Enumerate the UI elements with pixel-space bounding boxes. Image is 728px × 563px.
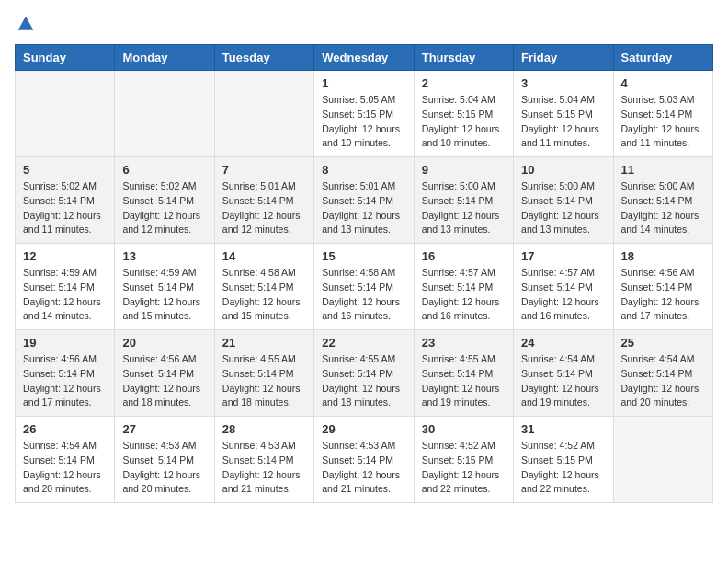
- day-info: Sunrise: 4:55 AM Sunset: 5:14 PM Dayligh…: [322, 352, 405, 410]
- calendar-cell: 17Sunrise: 4:57 AM Sunset: 5:14 PM Dayli…: [514, 244, 613, 330]
- day-info: Sunrise: 5:02 AM Sunset: 5:14 PM Dayligh…: [23, 179, 107, 237]
- weekday-header-monday: Monday: [115, 45, 214, 71]
- svg-marker-0: [18, 17, 34, 30]
- day-number: 22: [322, 336, 405, 350]
- day-number: 11: [621, 163, 705, 177]
- calendar-cell: [16, 71, 115, 157]
- weekday-header-saturday: Saturday: [613, 45, 712, 71]
- day-number: 29: [322, 422, 405, 436]
- calendar-cell: 27Sunrise: 4:53 AM Sunset: 5:14 PM Dayli…: [115, 417, 214, 503]
- day-number: 21: [222, 336, 306, 350]
- calendar-cell: 15Sunrise: 4:58 AM Sunset: 5:14 PM Dayli…: [314, 244, 414, 330]
- day-number: 31: [521, 422, 605, 436]
- day-info: Sunrise: 5:02 AM Sunset: 5:14 PM Dayligh…: [122, 179, 206, 237]
- day-number: 14: [222, 249, 306, 263]
- day-info: Sunrise: 5:00 AM Sunset: 5:14 PM Dayligh…: [521, 179, 605, 237]
- day-number: 28: [222, 422, 306, 436]
- day-info: Sunrise: 4:58 AM Sunset: 5:14 PM Dayligh…: [222, 266, 306, 324]
- day-info: Sunrise: 5:01 AM Sunset: 5:14 PM Dayligh…: [322, 179, 405, 237]
- day-number: 8: [322, 163, 405, 177]
- day-info: Sunrise: 4:54 AM Sunset: 5:14 PM Dayligh…: [521, 352, 605, 410]
- day-info: Sunrise: 4:56 AM Sunset: 5:14 PM Dayligh…: [23, 352, 107, 410]
- calendar-cell: 2Sunrise: 5:04 AM Sunset: 5:15 PM Daylig…: [414, 71, 513, 157]
- day-info: Sunrise: 5:00 AM Sunset: 5:14 PM Dayligh…: [621, 179, 705, 237]
- calendar-cell: 16Sunrise: 4:57 AM Sunset: 5:14 PM Dayli…: [414, 244, 513, 330]
- weekday-header-wednesday: Wednesday: [314, 45, 414, 71]
- day-number: 6: [122, 163, 206, 177]
- day-number: 16: [422, 249, 506, 263]
- calendar-cell: 19Sunrise: 4:56 AM Sunset: 5:14 PM Dayli…: [16, 330, 115, 417]
- calendar-cell: 25Sunrise: 4:54 AM Sunset: 5:14 PM Dayli…: [613, 330, 712, 417]
- calendar-cell: 1Sunrise: 5:05 AM Sunset: 5:15 PM Daylig…: [314, 71, 414, 157]
- calendar-cell: [613, 417, 712, 503]
- day-info: Sunrise: 4:53 AM Sunset: 5:14 PM Dayligh…: [322, 439, 405, 497]
- day-number: 18: [621, 249, 705, 263]
- calendar-cell: 18Sunrise: 4:56 AM Sunset: 5:14 PM Dayli…: [613, 244, 712, 330]
- day-info: Sunrise: 4:56 AM Sunset: 5:14 PM Dayligh…: [621, 266, 705, 324]
- calendar: SundayMondayTuesdayWednesdayThursdayFrid…: [15, 44, 713, 503]
- day-number: 2: [422, 76, 506, 90]
- calendar-cell: 7Sunrise: 5:01 AM Sunset: 5:14 PM Daylig…: [214, 157, 313, 244]
- calendar-cell: 4Sunrise: 5:03 AM Sunset: 5:14 PM Daylig…: [613, 71, 712, 157]
- day-info: Sunrise: 5:03 AM Sunset: 5:14 PM Dayligh…: [621, 93, 705, 151]
- day-info: Sunrise: 4:54 AM Sunset: 5:14 PM Dayligh…: [23, 439, 107, 497]
- day-info: Sunrise: 4:54 AM Sunset: 5:14 PM Dayligh…: [621, 352, 705, 410]
- calendar-cell: 6Sunrise: 5:02 AM Sunset: 5:14 PM Daylig…: [115, 157, 214, 244]
- calendar-cell: 13Sunrise: 4:59 AM Sunset: 5:14 PM Dayli…: [115, 244, 214, 330]
- calendar-cell: 29Sunrise: 4:53 AM Sunset: 5:14 PM Dayli…: [314, 417, 414, 503]
- calendar-cell: 28Sunrise: 4:53 AM Sunset: 5:14 PM Dayli…: [214, 417, 313, 503]
- day-number: 13: [122, 249, 206, 263]
- day-number: 15: [322, 249, 405, 263]
- calendar-cell: 26Sunrise: 4:54 AM Sunset: 5:14 PM Dayli…: [16, 417, 115, 503]
- calendar-cell: 14Sunrise: 4:58 AM Sunset: 5:14 PM Dayli…: [214, 244, 313, 330]
- day-number: 25: [621, 336, 705, 350]
- day-number: 20: [122, 336, 206, 350]
- calendar-cell: 22Sunrise: 4:55 AM Sunset: 5:14 PM Dayli…: [314, 330, 414, 417]
- day-info: Sunrise: 4:57 AM Sunset: 5:14 PM Dayligh…: [422, 266, 506, 324]
- week-row-3: 12Sunrise: 4:59 AM Sunset: 5:14 PM Dayli…: [16, 244, 713, 330]
- day-number: 5: [23, 163, 107, 177]
- calendar-cell: 5Sunrise: 5:02 AM Sunset: 5:14 PM Daylig…: [16, 157, 115, 244]
- calendar-cell: 9Sunrise: 5:00 AM Sunset: 5:14 PM Daylig…: [414, 157, 513, 244]
- day-info: Sunrise: 4:53 AM Sunset: 5:14 PM Dayligh…: [122, 439, 206, 497]
- week-row-4: 19Sunrise: 4:56 AM Sunset: 5:14 PM Dayli…: [16, 330, 713, 417]
- calendar-cell: 10Sunrise: 5:00 AM Sunset: 5:14 PM Dayli…: [514, 157, 613, 244]
- day-number: 7: [222, 163, 306, 177]
- day-number: 26: [23, 422, 107, 436]
- calendar-cell: 12Sunrise: 4:59 AM Sunset: 5:14 PM Dayli…: [16, 244, 115, 330]
- week-row-1: 1Sunrise: 5:05 AM Sunset: 5:15 PM Daylig…: [16, 71, 713, 157]
- day-info: Sunrise: 4:55 AM Sunset: 5:14 PM Dayligh…: [422, 352, 506, 410]
- calendar-cell: 8Sunrise: 5:01 AM Sunset: 5:14 PM Daylig…: [314, 157, 414, 244]
- day-number: 12: [23, 249, 107, 263]
- day-info: Sunrise: 4:52 AM Sunset: 5:15 PM Dayligh…: [521, 439, 605, 497]
- day-number: 3: [521, 76, 605, 90]
- day-info: Sunrise: 5:04 AM Sunset: 5:15 PM Dayligh…: [521, 93, 605, 151]
- day-info: Sunrise: 4:55 AM Sunset: 5:14 PM Dayligh…: [222, 352, 306, 410]
- calendar-cell: 11Sunrise: 5:00 AM Sunset: 5:14 PM Dayli…: [613, 157, 712, 244]
- calendar-cell: 24Sunrise: 4:54 AM Sunset: 5:14 PM Dayli…: [514, 330, 613, 417]
- logo: [15, 15, 37, 33]
- day-number: 4: [621, 76, 705, 90]
- weekday-header-sunday: Sunday: [16, 45, 115, 71]
- page-header: [15, 15, 713, 33]
- weekday-header-thursday: Thursday: [414, 45, 513, 71]
- day-number: 24: [521, 336, 605, 350]
- day-number: 1: [322, 76, 405, 90]
- day-info: Sunrise: 4:53 AM Sunset: 5:14 PM Dayligh…: [222, 439, 306, 497]
- logo-icon: [17, 15, 35, 33]
- day-number: 17: [521, 249, 605, 263]
- calendar-cell: 21Sunrise: 4:55 AM Sunset: 5:14 PM Dayli…: [214, 330, 313, 417]
- day-info: Sunrise: 4:56 AM Sunset: 5:14 PM Dayligh…: [122, 352, 206, 410]
- calendar-cell: 23Sunrise: 4:55 AM Sunset: 5:14 PM Dayli…: [414, 330, 513, 417]
- day-number: 30: [422, 422, 506, 436]
- weekday-header-friday: Friday: [514, 45, 613, 71]
- calendar-cell: [115, 71, 214, 157]
- day-number: 10: [521, 163, 605, 177]
- calendar-cell: 30Sunrise: 4:52 AM Sunset: 5:15 PM Dayli…: [414, 417, 513, 503]
- day-info: Sunrise: 4:57 AM Sunset: 5:14 PM Dayligh…: [521, 266, 605, 324]
- day-number: 23: [422, 336, 506, 350]
- day-info: Sunrise: 4:59 AM Sunset: 5:14 PM Dayligh…: [23, 266, 107, 324]
- weekday-header-row: SundayMondayTuesdayWednesdayThursdayFrid…: [16, 45, 713, 71]
- calendar-cell: [214, 71, 313, 157]
- week-row-5: 26Sunrise: 4:54 AM Sunset: 5:14 PM Dayli…: [16, 417, 713, 503]
